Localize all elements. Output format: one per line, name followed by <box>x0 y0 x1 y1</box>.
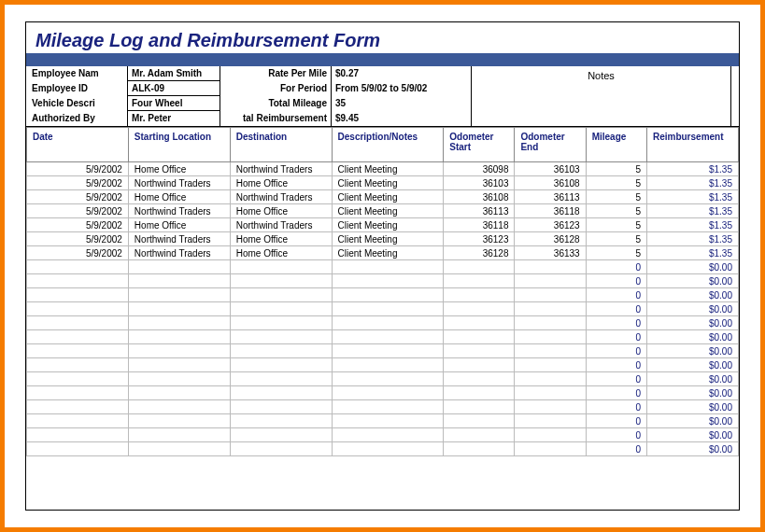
label-notes: Notes <box>588 70 615 81</box>
cell-oend <box>515 260 586 274</box>
label-employee-id: Employee ID <box>26 81 127 96</box>
label-for-period: For Period <box>220 81 327 96</box>
cell-date <box>27 302 129 316</box>
cell-ostart: 36103 <box>444 176 515 190</box>
cell-start: Home Office <box>128 218 230 232</box>
cell-desc: Client Meeting <box>332 204 444 218</box>
cell-dest: Home Office <box>230 176 332 190</box>
table-row: 5/9/2002Home OfficeNorthwind TradersClie… <box>27 162 739 176</box>
cell-date <box>27 316 129 330</box>
cell-oend: 36118 <box>515 204 586 218</box>
cell-ostart <box>444 442 515 456</box>
form-title: Mileage Log and Reimbursement Form <box>26 22 739 53</box>
cell-reimb: $1.35 <box>646 232 738 246</box>
cell-reimb: $1.35 <box>646 246 738 260</box>
cell-dest: Northwind Traders <box>230 190 332 204</box>
cell-date <box>27 344 129 358</box>
cell-desc <box>332 260 444 274</box>
cell-mileage: 0 <box>586 330 646 344</box>
cell-mileage: 5 <box>586 232 646 246</box>
cell-ostart: 36113 <box>444 204 515 218</box>
cell-start: Home Office <box>128 162 230 176</box>
cell-dest: Northwind Traders <box>230 218 332 232</box>
cell-dest <box>230 330 332 344</box>
cell-dest <box>230 260 332 274</box>
cell-reimb: $1.35 <box>646 190 738 204</box>
cell-desc <box>332 372 444 386</box>
cell-reimb: $0.00 <box>646 428 738 442</box>
table-row-empty: 0$0.00 <box>27 330 739 344</box>
cell-reimb: $1.35 <box>646 218 738 232</box>
table-body: 5/9/2002Home OfficeNorthwind TradersClie… <box>27 162 739 456</box>
cell-dest <box>230 302 332 316</box>
cell-reimb: $0.00 <box>646 330 738 344</box>
cell-date: 5/9/2002 <box>27 218 129 232</box>
table-row-empty: 0$0.00 <box>27 414 739 428</box>
cell-mileage: 0 <box>586 274 646 288</box>
cell-ostart <box>444 302 515 316</box>
cell-dest: Home Office <box>230 204 332 218</box>
cell-desc <box>332 288 444 302</box>
notes-box: Notes <box>471 66 731 126</box>
cell-dest <box>230 372 332 386</box>
cell-date: 5/9/2002 <box>27 190 129 204</box>
table-row: 5/9/2002Northwind TradersHome OfficeClie… <box>27 204 739 218</box>
table-row-empty: 0$0.00 <box>27 260 739 274</box>
cell-ostart <box>444 260 515 274</box>
cell-oend: 36103 <box>515 162 586 176</box>
cell-desc <box>332 414 444 428</box>
cell-oend <box>515 428 586 442</box>
cell-oend <box>515 344 586 358</box>
table-row: 5/9/2002Northwind TradersHome OfficeClie… <box>27 176 739 190</box>
table-row-empty: 0$0.00 <box>27 358 739 372</box>
cell-reimb: $1.35 <box>646 162 738 176</box>
table-row-empty: 0$0.00 <box>27 372 739 386</box>
label-total-reimbursement: tal Reimbursement <box>220 111 327 126</box>
cell-date: 5/9/2002 <box>27 162 129 176</box>
value-authorized-by: Mr. Peter <box>127 111 220 126</box>
cell-start <box>128 442 230 456</box>
cell-start: Northwind Traders <box>128 246 230 260</box>
table-row: 5/9/2002Northwind TradersHome OfficeClie… <box>27 232 739 246</box>
cell-desc <box>332 386 444 400</box>
cell-start <box>128 344 230 358</box>
cell-start: Northwind Traders <box>128 176 230 190</box>
cell-mileage: 5 <box>586 162 646 176</box>
value-for-period: From 5/9/02 to 5/9/02 <box>332 81 461 96</box>
header-values-mid: $0.27 From 5/9/02 to 5/9/02 35 $9.45 <box>331 66 461 126</box>
cell-start <box>128 428 230 442</box>
cell-date: 5/9/2002 <box>27 246 129 260</box>
cell-oend: 36128 <box>515 232 586 246</box>
col-description: Description/Notes <box>332 128 444 162</box>
cell-mileage: 0 <box>586 358 646 372</box>
cell-ostart <box>444 428 515 442</box>
cell-desc <box>332 302 444 316</box>
value-employee-name: Mr. Adam Smith <box>127 66 220 81</box>
cell-dest <box>230 428 332 442</box>
cell-mileage: 0 <box>586 260 646 274</box>
cell-desc: Client Meeting <box>332 232 444 246</box>
cell-mileage: 0 <box>586 414 646 428</box>
cell-desc <box>332 316 444 330</box>
cell-desc: Client Meeting <box>332 190 444 204</box>
cell-dest <box>230 316 332 330</box>
cell-reimb: $0.00 <box>646 400 738 414</box>
cell-start <box>128 330 230 344</box>
cell-reimb: $0.00 <box>646 358 738 372</box>
col-reimbursement: Reimbursement <box>646 128 738 162</box>
cell-date <box>27 330 129 344</box>
cell-date <box>27 260 129 274</box>
cell-oend <box>515 414 586 428</box>
col-starting-location: Starting Location <box>128 128 230 162</box>
cell-start <box>128 358 230 372</box>
cell-dest <box>230 400 332 414</box>
cell-reimb: $0.00 <box>646 344 738 358</box>
cell-oend: 36123 <box>515 218 586 232</box>
cell-oend: 36108 <box>515 176 586 190</box>
cell-desc <box>332 330 444 344</box>
value-vehicle: Four Wheel <box>127 96 220 111</box>
cell-mileage: 0 <box>586 316 646 330</box>
table-row-empty: 0$0.00 <box>27 288 739 302</box>
cell-oend: 36133 <box>515 246 586 260</box>
cell-mileage: 0 <box>586 288 646 302</box>
